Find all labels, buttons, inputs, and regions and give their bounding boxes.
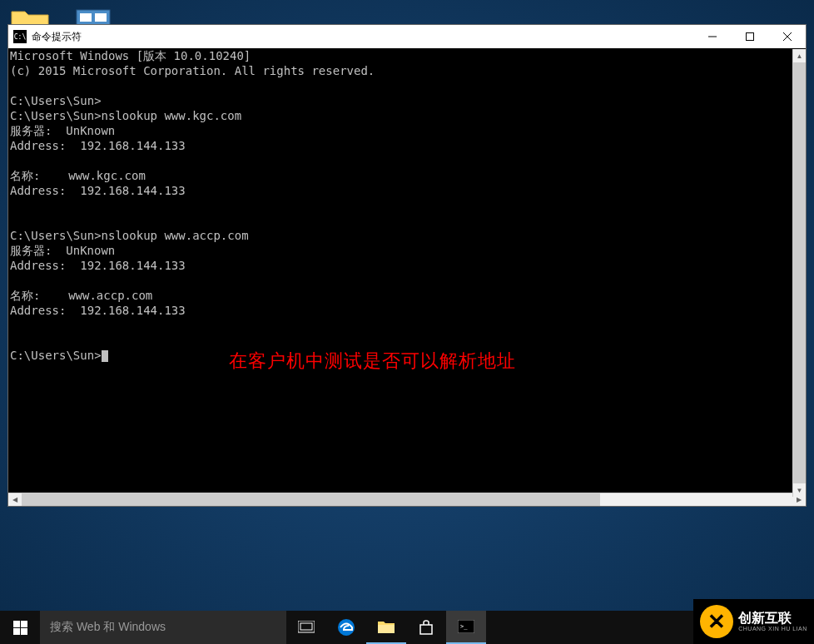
maximize-icon [746,32,754,41]
file-explorer-button[interactable] [366,611,406,644]
edge-button[interactable] [326,611,366,644]
scroll-down-icon[interactable]: ▼ [793,483,806,497]
minimize-icon [708,32,717,41]
search-input[interactable]: 搜索 Web 和 Windows [40,611,286,644]
store-icon [418,619,434,636]
close-icon [783,32,792,41]
svg-text:>_: >_ [460,623,468,630]
watermark-en: CHUANG XIN HU LIAN [738,626,807,632]
scroll-left-icon[interactable]: ◀ [8,493,22,506]
store-button[interactable] [406,611,446,644]
cmd-window: C:\ 命令提示符 Microsoft Windows [版本 10.0.102… [7,24,807,507]
window-title: 命令提示符 [32,30,693,44]
close-button[interactable] [768,25,806,48]
svg-rect-1 [80,13,92,22]
watermark-cn: 创新互联 [738,611,807,626]
svg-rect-8 [300,623,312,630]
taskbar: 搜索 Web 和 Windows >_ [0,611,814,644]
v-scroll-thumb[interactable] [793,62,806,483]
cmd-icon: C:\ [13,30,27,43]
h-scroll-thumb[interactable] [22,493,600,506]
watermark: ✕ 创新互联 CHUANG XIN HU LIAN [693,599,814,644]
edge-icon [337,618,355,637]
cmd-taskbar-button[interactable]: >_ [446,611,486,644]
vertical-scrollbar[interactable]: ▲ ▼ [792,49,806,497]
svg-rect-2 [95,13,107,22]
svg-rect-10 [378,625,395,633]
start-button[interactable] [0,611,40,644]
scroll-up-icon[interactable]: ▲ [793,49,806,62]
windows-logo-icon [13,621,27,635]
svg-rect-4 [746,33,753,41]
watermark-logo-icon: ✕ [700,605,733,638]
cmd-taskbar-icon: >_ [458,620,474,633]
folder-icon [377,619,395,634]
titlebar[interactable]: C:\ 命令提示符 [8,25,806,48]
annotation-text: 在客户机中测试是否可以解析地址 [229,354,516,369]
search-placeholder: 搜索 Web 和 Windows [50,620,166,635]
horizontal-scrollbar[interactable]: ◀ ▶ [8,493,806,506]
task-view-button[interactable] [286,611,326,644]
task-view-icon [298,621,315,634]
minimize-button[interactable] [693,25,731,48]
terminal-output[interactable]: Microsoft Windows [版本 10.0.10240] (c) 20… [8,48,806,493]
maximize-button[interactable] [731,25,768,48]
